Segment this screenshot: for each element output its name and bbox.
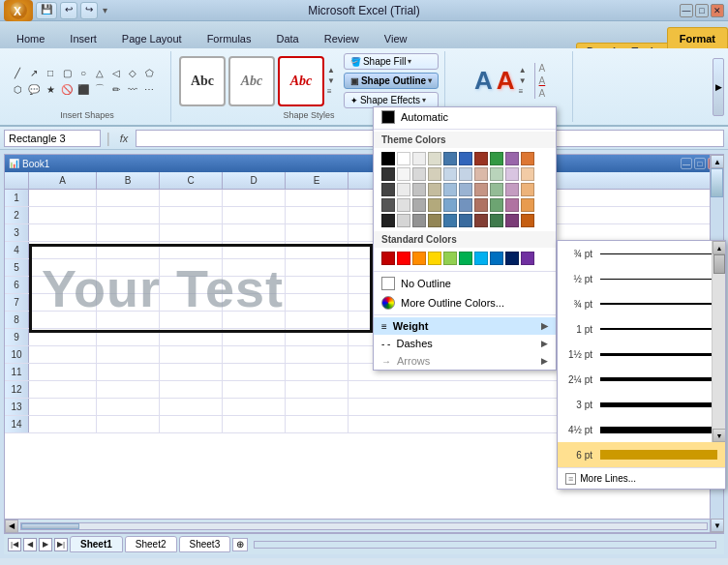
automatic-color-item[interactable]: Automatic <box>374 107 556 127</box>
color-swatch[interactable] <box>521 198 534 212</box>
grid-cell[interactable] <box>97 364 160 380</box>
more-outline-colors-item[interactable]: More Outline Colors... <box>374 293 556 312</box>
color-swatch[interactable] <box>381 152 395 165</box>
grid-cell[interactable] <box>286 190 349 206</box>
more-lines-item[interactable]: ≡ More Lines... <box>558 467 725 489</box>
color-swatch[interactable] <box>459 252 472 265</box>
row-number[interactable]: 10 <box>5 346 29 363</box>
grid-cell[interactable] <box>160 224 223 241</box>
grid-cell[interactable] <box>223 381 286 398</box>
shape-style-1[interactable]: Abc <box>179 56 226 106</box>
grid-cell[interactable] <box>29 364 97 380</box>
grid-cell[interactable] <box>223 346 286 363</box>
sheet-nav-last[interactable]: ▶| <box>54 538 68 551</box>
row-number[interactable]: 3 <box>5 224 29 241</box>
style-expand[interactable]: ≡ <box>327 87 335 96</box>
color-swatch[interactable] <box>474 183 488 196</box>
color-swatch[interactable] <box>490 167 503 181</box>
tab-home[interactable]: Home <box>4 27 57 48</box>
color-swatch[interactable] <box>412 252 426 265</box>
row-number[interactable]: 13 <box>5 399 29 415</box>
outline-arrow-icon[interactable]: ▾ <box>428 76 432 85</box>
color-swatch[interactable] <box>521 214 534 227</box>
star-icon[interactable]: ★ <box>43 81 58 97</box>
wordart-expand[interactable]: ≡ <box>519 87 527 96</box>
grid-cell[interactable] <box>29 346 97 363</box>
row-number[interactable]: 5 <box>5 259 29 276</box>
list-item[interactable]: ¾ pt <box>558 291 725 316</box>
color-swatch[interactable] <box>412 198 426 212</box>
sheet-tab-3[interactable]: Sheet3 <box>179 536 231 552</box>
grid-cell[interactable] <box>223 364 286 380</box>
grid-cell[interactable] <box>97 207 160 223</box>
row-number[interactable]: 2 <box>5 207 29 223</box>
sheet-nav-prev[interactable]: ◀ <box>23 538 37 551</box>
triangle-icon[interactable]: △ <box>92 65 107 80</box>
close-button[interactable]: ✕ <box>711 4 724 17</box>
color-swatch[interactable] <box>505 214 519 227</box>
color-swatch[interactable] <box>397 214 410 227</box>
tab-insert[interactable]: Insert <box>57 27 109 48</box>
fill-arrow-icon[interactable]: ▾ <box>408 57 411 66</box>
color-swatch[interactable] <box>443 198 457 212</box>
color-swatch[interactable] <box>474 167 488 181</box>
grid-cell[interactable] <box>160 364 223 380</box>
color-swatch[interactable] <box>428 214 441 227</box>
grid-cell[interactable] <box>160 207 223 223</box>
callout-icon[interactable]: 💬 <box>26 81 42 97</box>
color-swatch[interactable] <box>490 183 503 196</box>
row-number[interactable]: 14 <box>5 416 29 432</box>
grid-cell[interactable] <box>97 224 160 241</box>
minimize-button[interactable]: — <box>680 4 693 17</box>
ribbon-scroll-right[interactable]: ▶ <box>713 58 724 116</box>
shape-outline-button[interactable]: ▣ Shape Outline ▾ <box>344 73 439 89</box>
sheet-nav-first[interactable]: |◀ <box>8 538 21 551</box>
rect-icon[interactable]: □ <box>43 65 58 80</box>
h-scroll-left[interactable]: ◀ <box>5 520 18 533</box>
color-swatch[interactable] <box>490 152 503 165</box>
color-swatch[interactable] <box>443 167 457 181</box>
color-swatch[interactable] <box>459 183 472 196</box>
color-swatch[interactable] <box>505 252 519 265</box>
color-swatch[interactable] <box>505 183 519 196</box>
w-scroll-track[interactable] <box>713 254 725 429</box>
wordart-up[interactable]: ▲ <box>519 66 527 74</box>
grid-cell[interactable] <box>97 346 160 363</box>
grid-cell[interactable] <box>97 416 160 432</box>
color-swatch[interactable] <box>397 252 410 265</box>
color-swatch[interactable] <box>490 214 503 227</box>
row-number[interactable]: 4 <box>5 242 29 258</box>
effects-arrow-icon[interactable]: ▾ <box>422 96 426 104</box>
color-swatch[interactable] <box>459 214 472 227</box>
tab-page-layout[interactable]: Page Layout <box>109 27 195 48</box>
style-down[interactable]: ▼ <box>327 76 335 85</box>
color-swatch[interactable] <box>412 167 426 181</box>
grid-cell[interactable] <box>29 224 97 241</box>
v-scroll-down[interactable]: ▼ <box>711 519 724 532</box>
grid-cell[interactable] <box>223 416 286 432</box>
grid-cell[interactable] <box>29 399 97 415</box>
wordart-a2[interactable]: A <box>497 66 515 96</box>
flow-icon[interactable]: ⬛ <box>76 81 91 97</box>
color-swatch[interactable] <box>443 252 457 265</box>
v-scroll-thumb[interactable] <box>711 168 723 197</box>
sheet-tab-1[interactable]: Sheet1 <box>70 536 123 552</box>
row-number[interactable]: 7 <box>5 294 29 311</box>
color-swatch[interactable] <box>443 152 457 165</box>
color-swatch[interactable] <box>521 167 534 181</box>
name-box[interactable] <box>4 130 101 147</box>
color-swatch[interactable] <box>459 167 472 181</box>
redo-button[interactable]: ↪ <box>80 2 98 19</box>
color-swatch[interactable] <box>505 167 519 181</box>
color-swatch[interactable] <box>381 183 395 196</box>
shape-fill-button[interactable]: 🪣 Shape Fill ▾ <box>344 53 439 70</box>
row-number[interactable]: 11 <box>5 364 29 380</box>
list-item[interactable]: 4½ pt <box>558 417 725 442</box>
grid-cell[interactable] <box>160 190 223 206</box>
style-up[interactable]: ▲ <box>327 66 335 74</box>
color-swatch[interactable] <box>459 152 472 165</box>
row-number[interactable]: 1 <box>5 190 29 206</box>
grid-cell[interactable] <box>286 207 349 223</box>
bottom-scroll-track[interactable] <box>254 541 716 549</box>
dashes-item[interactable]: - - Dashes ▶ <box>374 335 556 352</box>
